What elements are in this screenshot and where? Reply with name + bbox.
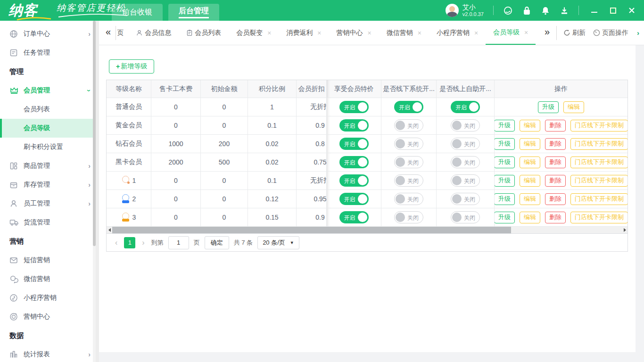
tab[interactable]: 小程序营销× bbox=[429, 21, 486, 45]
close-icon[interactable]: × bbox=[524, 29, 528, 36]
tab[interactable]: 会员裂变× bbox=[229, 21, 279, 45]
toggle-on[interactable]: 开启 bbox=[339, 119, 369, 132]
page-size-select[interactable]: 20 条/页 ▼ bbox=[257, 236, 299, 249]
scrollbar-thumb[interactable] bbox=[112, 227, 511, 233]
toggle-on[interactable]: 开启 bbox=[339, 193, 369, 205]
sidebar-subitem[interactable]: 会员等级 bbox=[0, 119, 99, 138]
delete-button[interactable]: 删除 bbox=[545, 138, 566, 150]
limit-button[interactable]: 门店线下开卡限制 bbox=[570, 193, 627, 205]
edit-button[interactable]: 编辑 bbox=[520, 120, 540, 132]
page-ops-button[interactable]: 页面操作 bbox=[593, 29, 628, 37]
toggle-off[interactable]: 关闭 bbox=[451, 193, 480, 205]
edit-button[interactable]: 编辑 bbox=[520, 138, 540, 150]
toggle-off[interactable]: 关闭 bbox=[451, 119, 480, 132]
close-icon[interactable]: × bbox=[418, 29, 421, 37]
close-icon[interactable]: × bbox=[474, 29, 478, 37]
toggle-on[interactable]: 开启 bbox=[339, 101, 369, 113]
limit-button[interactable]: 门店线下开卡限制 bbox=[570, 120, 627, 132]
toggle-off[interactable]: 关闭 bbox=[451, 156, 480, 168]
sidebar-item[interactable]: 订单中心› bbox=[0, 25, 99, 43]
refresh-button[interactable]: 刷新 bbox=[563, 29, 586, 37]
close-icon[interactable]: × bbox=[317, 29, 321, 37]
page-number-active[interactable]: 1 bbox=[124, 237, 135, 248]
topnav-tab[interactable]: 前台收银 bbox=[112, 4, 163, 21]
toggle-on[interactable]: 开启 bbox=[339, 211, 369, 223]
delete-button[interactable]: 删除 bbox=[545, 175, 566, 187]
delete-button[interactable]: 删除 bbox=[545, 212, 566, 223]
tab[interactable]: 营销中心× bbox=[329, 21, 379, 45]
limit-button[interactable]: 门店线下开卡限制 bbox=[570, 212, 627, 223]
close-button[interactable] bbox=[628, 7, 636, 14]
upgrade-button[interactable]: 升级 bbox=[495, 193, 515, 205]
delete-button[interactable]: 删除 bbox=[545, 193, 566, 205]
toggle-off[interactable]: 关闭 bbox=[451, 138, 480, 150]
tab[interactable]: 会员信息 bbox=[128, 21, 179, 45]
sidebar-item[interactable]: 货流管理 bbox=[0, 213, 99, 232]
maximize-button[interactable] bbox=[609, 7, 617, 14]
add-level-button[interactable]: + 新增等级 bbox=[109, 59, 154, 74]
toggle-on[interactable]: 开启 bbox=[394, 101, 423, 113]
tab[interactable]: 微信营销× bbox=[379, 21, 429, 45]
toggle-on[interactable]: 开启 bbox=[451, 101, 480, 113]
sidebar-item[interactable]: 任务管理 bbox=[0, 43, 99, 62]
next-page-button[interactable]: › bbox=[140, 239, 146, 247]
toggle-off[interactable]: 关闭 bbox=[394, 193, 423, 205]
delete-button[interactable]: 删除 bbox=[545, 156, 566, 168]
sidebar-item[interactable]: 库存管理› bbox=[0, 175, 99, 194]
sidebar-item[interactable]: 微信营销 bbox=[0, 270, 99, 288]
sidebar-subitem[interactable]: 会员列表 bbox=[0, 100, 99, 119]
upgrade-button[interactable]: 升级 bbox=[495, 156, 515, 168]
minimize-button[interactable] bbox=[590, 7, 598, 14]
toggle-on[interactable]: 开启 bbox=[339, 174, 369, 187]
toggle-on[interactable]: 开启 bbox=[339, 138, 369, 150]
tab[interactable]: 会员等级× bbox=[486, 21, 536, 45]
edit-button[interactable]: 编辑 bbox=[520, 212, 540, 223]
scroll-left-arrow[interactable] bbox=[107, 227, 112, 233]
close-icon[interactable]: × bbox=[368, 29, 372, 37]
goto-page-input[interactable] bbox=[168, 236, 189, 249]
lock-icon[interactable] bbox=[522, 6, 531, 15]
tabs-expand-button[interactable]: » bbox=[540, 26, 556, 39]
tabs-more-button[interactable]: › bbox=[636, 29, 644, 37]
upgrade-button[interactable]: 升级 bbox=[495, 120, 515, 132]
download-icon[interactable] bbox=[560, 6, 569, 15]
toggle-off[interactable]: 关闭 bbox=[394, 174, 423, 187]
bell-icon[interactable] bbox=[541, 6, 550, 15]
edit-button[interactable]: 编辑 bbox=[520, 193, 540, 205]
toggle-off[interactable]: 关闭 bbox=[451, 174, 480, 187]
edit-button[interactable]: 编辑 bbox=[520, 175, 540, 187]
confirm-button[interactable]: 确定 bbox=[205, 236, 229, 249]
topnav-tab[interactable]: 后台管理 bbox=[168, 4, 219, 21]
limit-button[interactable]: 门店线下开卡限制 bbox=[570, 138, 627, 150]
limit-button[interactable]: 门店线下开卡限制 bbox=[570, 175, 627, 187]
edit-button[interactable]: 编辑 bbox=[563, 101, 584, 113]
avatar[interactable] bbox=[446, 4, 459, 17]
sidebar-item[interactable]: 商品管理› bbox=[0, 156, 99, 175]
limit-button[interactable]: 门店线下开卡限制 bbox=[570, 156, 627, 168]
close-icon[interactable]: × bbox=[267, 29, 271, 37]
sidebar-item[interactable]: 员工管理› bbox=[0, 194, 99, 213]
tabs-collapse-button[interactable]: « bbox=[104, 26, 116, 40]
toggle-off[interactable]: 关闭 bbox=[394, 211, 423, 223]
scroll-right-arrow[interactable] bbox=[622, 227, 627, 233]
toggle-on[interactable]: 开启 bbox=[339, 156, 369, 168]
upgrade-button[interactable]: 升级 bbox=[495, 138, 515, 150]
delete-button[interactable]: 删除 bbox=[545, 120, 566, 132]
sidebar-item[interactable]: 小程序营销 bbox=[0, 288, 99, 307]
sidebar-item[interactable]: 统计报表› bbox=[0, 345, 99, 362]
horizontal-scrollbar[interactable] bbox=[107, 227, 627, 233]
user-block[interactable]: 艾小 v2.0.0.37 bbox=[446, 4, 484, 17]
support-icon[interactable] bbox=[503, 6, 512, 15]
upgrade-button[interactable]: 升级 bbox=[538, 101, 559, 113]
sidebar-subitem[interactable]: 刷卡积分设置 bbox=[0, 138, 99, 156]
edit-button[interactable]: 编辑 bbox=[520, 156, 540, 168]
tab[interactable]: 会员列表 bbox=[179, 21, 229, 45]
toggle-off[interactable]: 关闭 bbox=[451, 211, 480, 223]
tab[interactable]: 消费返利× bbox=[279, 21, 329, 45]
sidebar-item[interactable]: 营销中心 bbox=[0, 307, 99, 326]
toggle-off[interactable]: 关闭 bbox=[394, 156, 423, 168]
tab[interactable]: 页 bbox=[116, 21, 128, 45]
upgrade-button[interactable]: 升级 bbox=[495, 212, 515, 223]
toggle-off[interactable]: 关闭 bbox=[394, 138, 423, 150]
sidebar-item[interactable]: 短信营销 bbox=[0, 251, 99, 270]
